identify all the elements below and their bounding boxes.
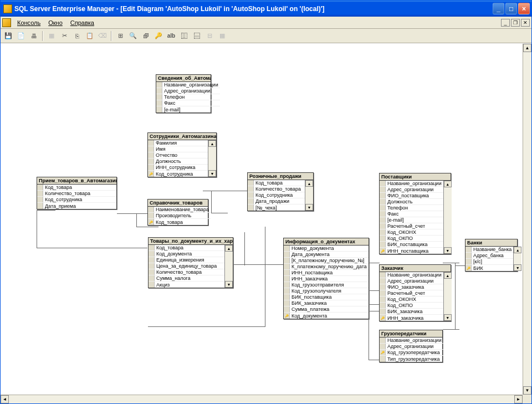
table-column-row[interactable]: Код_товара xyxy=(148,219,211,225)
table-column-row[interactable]: Адрес_организации xyxy=(156,88,220,94)
table-column-row[interactable]: Производитель xyxy=(148,213,211,219)
table-info-doc[interactable]: Информация_о_документах Номер_документаД… xyxy=(283,238,369,319)
scroll-down-icon[interactable]: ▼ xyxy=(444,314,452,321)
table-column-row[interactable]: Код_товара xyxy=(248,180,305,186)
table-column-row[interactable]: Код_документа xyxy=(149,251,224,257)
table-column-row[interactable]: БИК_поставщика xyxy=(284,294,369,300)
table-column-row[interactable]: Количество_товара xyxy=(149,269,224,275)
table-column-row[interactable]: Код_документа xyxy=(284,313,369,319)
table-svedeniya[interactable]: Сведения_об_Автомага: Название_организац… xyxy=(156,74,211,113)
table-spravochnik[interactable]: Справочник_товаров Наименование_товараПр… xyxy=(147,199,208,226)
table-column-row[interactable]: Название_организации xyxy=(380,272,443,278)
scroll-right-icon[interactable]: ► xyxy=(514,395,523,403)
properties-icon[interactable]: 📄 xyxy=(16,30,27,42)
scroll-up-icon[interactable]: ▲ xyxy=(225,245,233,252)
horizontal-scrollbar[interactable]: ◄ ► xyxy=(1,395,523,403)
scroll-up-icon[interactable]: ▲ xyxy=(523,44,531,52)
scroll-down-icon[interactable]: ▼ xyxy=(523,386,531,395)
table-column-row[interactable]: БИК_поставщика xyxy=(380,242,443,248)
maximize-button[interactable]: □ xyxy=(505,3,517,14)
paste-icon[interactable]: 📋 xyxy=(84,30,95,42)
table-column-row[interactable]: Акциз xyxy=(149,282,224,288)
table-column-row[interactable]: Код_грузополучателя xyxy=(284,288,369,294)
table-column-row[interactable]: К_платежному_поручению_дата xyxy=(284,264,369,270)
table-column-row[interactable]: Номер_документа xyxy=(284,246,369,252)
arrange-icon[interactable]: ⿳ xyxy=(191,30,202,42)
scroll-up-icon[interactable]: ▲ xyxy=(444,181,452,187)
table-column-row[interactable]: [№_чека] xyxy=(248,204,305,211)
table-column-row[interactable]: Цена_за_единицу_товара xyxy=(149,263,224,269)
scroll-left-icon[interactable]: ◄ xyxy=(1,395,9,403)
scroll-up-icon[interactable]: ▲ xyxy=(514,247,521,253)
table-column-row[interactable]: Название_организации xyxy=(380,337,443,344)
table-column-row[interactable]: Адрес_банка xyxy=(466,253,513,259)
scroll-track[interactable] xyxy=(9,395,514,403)
scroll-up-icon[interactable]: ▲ xyxy=(305,180,313,187)
table-column-row[interactable]: ИНН_заказчика xyxy=(284,276,369,282)
table-scrollbar[interactable]: ▲▼ xyxy=(224,245,233,288)
table-column-row[interactable]: [e-mail] xyxy=(156,106,220,112)
table-column-row[interactable]: Единица_измерения xyxy=(149,257,224,263)
table-column-row[interactable]: Код_ОКПО xyxy=(380,303,443,309)
new-table-icon[interactable]: ▦ xyxy=(46,30,57,42)
delete-icon[interactable]: ⌫ xyxy=(97,30,108,42)
table-column-row[interactable]: Должность xyxy=(148,158,208,165)
table-scrollbar[interactable]: ▲▼ xyxy=(443,272,452,321)
table-column-row[interactable]: Код_грузоотправителя xyxy=(284,282,369,288)
table-column-row[interactable]: Фамилия xyxy=(148,140,208,146)
close-button[interactable]: × xyxy=(518,3,530,14)
table-column-row[interactable]: Код_ОКОНХ xyxy=(380,229,443,236)
table-column-row[interactable]: ФИО_заказчика xyxy=(380,284,443,290)
table-column-row[interactable]: Факс xyxy=(380,211,443,217)
table-column-row[interactable]: Наименование_товара xyxy=(148,207,211,213)
table-column-row[interactable]: Код_товара xyxy=(149,245,224,251)
table-scrollbar[interactable]: ▲▼ xyxy=(443,181,452,254)
table-column-row[interactable]: Код_сотрудника xyxy=(248,192,305,198)
table-column-row[interactable]: Название_организации xyxy=(156,82,220,88)
scroll-down-icon[interactable]: ▼ xyxy=(514,264,521,271)
titlebar[interactable]: SQL Server Enterprise Manager - [Edit Di… xyxy=(1,1,531,17)
menu-help[interactable]: Справка xyxy=(66,18,98,27)
table-column-row[interactable]: Факс xyxy=(156,100,220,106)
mdi-minimize-button[interactable]: _ xyxy=(501,19,510,27)
table-column-row[interactable]: Дата_документа xyxy=(284,252,369,258)
table-column-row[interactable]: Дата_продажи xyxy=(248,198,305,204)
table-column-row[interactable]: Имя xyxy=(148,146,208,152)
find-icon[interactable]: 🔍 xyxy=(127,30,139,42)
table-column-row[interactable]: Код_ОКПО xyxy=(380,236,443,242)
table-column-row[interactable]: Тип_грузопередатчика xyxy=(380,356,443,362)
scroll-down-icon[interactable]: ▼ xyxy=(208,170,216,177)
table-column-row[interactable]: БИК xyxy=(466,265,513,271)
scroll-down-icon[interactable]: ▼ xyxy=(444,247,452,254)
table-banki[interactable]: Банки Название_банкаАдрес_банка[к/с]БИК … xyxy=(465,239,518,272)
key-icon[interactable]: 🔑 xyxy=(153,30,164,42)
table-column-row[interactable]: Код_ОКОНХ xyxy=(380,296,443,303)
table-column-row[interactable]: Код_сотрудника xyxy=(148,171,208,177)
table-column-row[interactable]: Адрес_организации xyxy=(380,344,443,350)
table-column-row[interactable]: Отчество xyxy=(148,152,208,158)
print-icon[interactable]: 🖶 xyxy=(28,30,39,42)
table-column-row[interactable]: БИК_заказчика xyxy=(284,300,369,306)
table-gruzo[interactable]: Грузопередатчики Название_организацииАдр… xyxy=(379,330,443,362)
grid-icon[interactable]: ▦ xyxy=(217,30,228,42)
table-column-row[interactable]: Телефон xyxy=(380,205,443,211)
table-column-row[interactable]: Сумма_платежа xyxy=(284,306,369,313)
scroll-up-icon[interactable]: ▲ xyxy=(208,140,216,147)
table-priem[interactable]: Прием_товаров_в_Автомагазин Код_товараКо… xyxy=(37,177,117,209)
table-column-row[interactable]: Количество_товара xyxy=(248,186,305,192)
table-column-row[interactable]: ИНН_сотрудника xyxy=(148,165,208,171)
pagebreak-icon[interactable]: ⊟ xyxy=(204,30,215,42)
menu-window[interactable]: Окно xyxy=(44,18,66,27)
table-column-row[interactable]: Сумма_налога xyxy=(149,275,224,282)
table-column-row[interactable]: Код_сотрудника xyxy=(37,197,116,203)
table-column-row[interactable]: Телефон xyxy=(156,94,220,100)
table-column-row[interactable]: [e-mail] xyxy=(380,217,443,223)
table-column-row[interactable]: Должность xyxy=(380,199,443,205)
scroll-down-icon[interactable]: ▼ xyxy=(305,204,313,211)
annotation-icon[interactable]: 🗊 xyxy=(140,30,151,42)
menu-console[interactable]: Консоль xyxy=(13,18,44,27)
table-column-row[interactable]: Код_товара xyxy=(37,185,116,191)
table-sotrudniki[interactable]: Сотрудники_Автомагазина ФамилияИмяОтчест… xyxy=(147,132,217,177)
table-roznica[interactable]: Розничные_продажи Код_товараКоличество_т… xyxy=(247,172,314,211)
table-column-row[interactable]: ИНН_заказчика xyxy=(380,315,443,321)
